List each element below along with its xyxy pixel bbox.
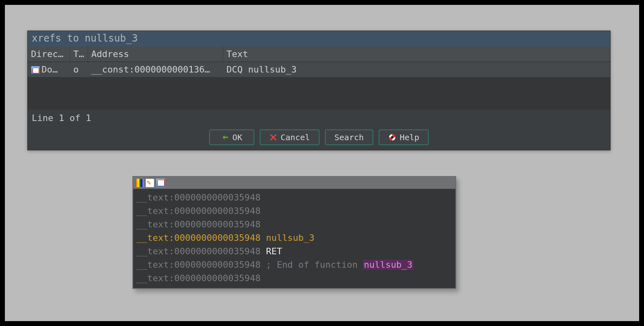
disasm-line[interactable]: __text:0000000000035948 ; End of functio… (136, 258, 452, 271)
disasm-segaddr: __text:0000000000035948 (136, 192, 261, 203)
column-header-type[interactable]: Typ (70, 46, 88, 62)
disasm-xref-name: nullsub_3 (363, 260, 413, 270)
disasm-line[interactable]: __text:0000000000035948 (136, 271, 452, 285)
disasm-line[interactable]: __text:0000000000035948 nullsub_3 (136, 231, 452, 244)
xrefs-body-area[interactable] (28, 77, 610, 110)
xref-row-icon (31, 66, 40, 74)
xrefs-status-line: Line 1 of 1 (28, 110, 610, 123)
disasm-toolbar (133, 177, 455, 189)
disasm-line[interactable]: __text:0000000000035948 (136, 218, 452, 231)
xref-icon[interactable] (156, 178, 165, 187)
search-label: Search (334, 132, 364, 142)
cell-address: __const:0000000000136… (88, 63, 223, 76)
cell-direction: Do… (28, 63, 70, 76)
cell-text: DCQ nullsub_3 (223, 63, 610, 76)
cancel-x-icon (269, 133, 277, 141)
disasm-line[interactable]: __text:0000000000035948 (136, 204, 452, 218)
disasm-comment: ; End of function (266, 260, 363, 270)
help-button[interactable]: Help (379, 130, 429, 145)
help-label: Help (400, 132, 419, 142)
search-button[interactable]: Search (325, 130, 373, 145)
ok-button[interactable]: OK (209, 130, 254, 145)
disasm-symbol-name: nullsub_3 (266, 233, 314, 243)
disasm-line[interactable]: __text:0000000000035948 (136, 191, 452, 204)
disasm-instruction: RET (266, 246, 282, 256)
svg-point-1 (391, 136, 394, 139)
column-header-address[interactable]: Address (88, 46, 223, 62)
disasm-segaddr: __text:0000000000035948 (136, 219, 261, 229)
xrefs-columns-header: Directi Typ Address Text (28, 46, 610, 62)
cell-direction-text: Do… (42, 64, 58, 75)
column-header-direction[interactable]: Directi (28, 46, 70, 62)
app-background: xrefs to nullsub_3 Directi Typ Address T… (5, 5, 639, 321)
disasm-segaddr: __text:0000000000035948 (136, 233, 261, 243)
xrefs-dialog: xrefs to nullsub_3 Directi Typ Address T… (27, 31, 611, 150)
disasm-segaddr: __text:0000000000035948 (136, 206, 261, 216)
disasm-segaddr: __text:0000000000035948 (136, 273, 261, 283)
table-row[interactable]: Do… o __const:0000000000136… DCQ nullsub… (28, 62, 610, 77)
xrefs-dialog-title: xrefs to nullsub_3 (28, 31, 610, 46)
help-lifebuoy-icon (388, 133, 396, 141)
disasm-segaddr: __text:0000000000035948 (136, 260, 261, 270)
disasm-line[interactable]: __text:0000000000035948 RET (136, 244, 452, 258)
disasm-body[interactable]: __text:0000000000035948__text:0000000000… (133, 189, 455, 288)
edit-icon[interactable] (145, 178, 154, 187)
column-header-text[interactable]: Text (223, 46, 610, 62)
xrefs-button-bar: OK Cancel Search Help (28, 123, 610, 150)
color-options-icon[interactable] (135, 178, 144, 187)
ok-label: OK (233, 132, 242, 142)
cell-type: o (70, 63, 88, 76)
disasm-segaddr: __text:0000000000035948 (136, 246, 261, 256)
cancel-label: Cancel (281, 132, 310, 142)
disasm-view: __text:0000000000035948__text:0000000000… (132, 176, 456, 289)
cancel-button[interactable]: Cancel (260, 130, 319, 145)
ok-arrow-icon (221, 133, 229, 141)
